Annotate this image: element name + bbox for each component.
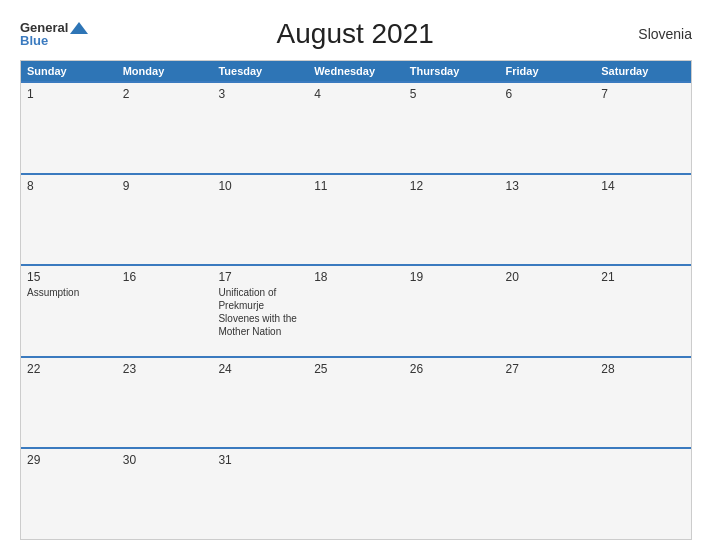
event-label: Unification of Prekmurje Slovenes with t… — [218, 286, 302, 338]
day-number: 18 — [314, 270, 398, 284]
logo-blue-text: Blue — [20, 34, 48, 47]
day-number: 5 — [410, 87, 494, 101]
cal-cell-w2-d4: 11 — [308, 175, 404, 265]
cal-cell-w5-d2: 30 — [117, 449, 213, 539]
cal-cell-w3-d5: 19 — [404, 266, 500, 356]
day-number: 9 — [123, 179, 207, 193]
day-number: 3 — [218, 87, 302, 101]
day-number: 10 — [218, 179, 302, 193]
cal-cell-w3-d4: 18 — [308, 266, 404, 356]
svg-marker-0 — [70, 22, 88, 34]
header: General Blue August 2021 Slovenia — [20, 18, 692, 50]
cal-cell-w1-d2: 2 — [117, 83, 213, 173]
day-number: 4 — [314, 87, 398, 101]
calendar-body: 123456789101112131415Assumption1617Unifi… — [21, 81, 691, 539]
cal-cell-w4-d3: 24 — [212, 358, 308, 448]
cal-cell-w4-d7: 28 — [595, 358, 691, 448]
cal-cell-w3-d3: 17Unification of Prekmurje Slovenes with… — [212, 266, 308, 356]
logo-flag-icon — [70, 22, 88, 34]
cal-cell-w2-d2: 9 — [117, 175, 213, 265]
header-wednesday: Wednesday — [308, 61, 404, 81]
day-number: 26 — [410, 362, 494, 376]
cal-cell-w4-d5: 26 — [404, 358, 500, 448]
week-row-5: 293031 — [21, 447, 691, 539]
week-row-3: 15Assumption1617Unification of Prekmurje… — [21, 264, 691, 356]
day-number: 6 — [506, 87, 590, 101]
day-number: 1 — [27, 87, 111, 101]
cal-cell-w2-d1: 8 — [21, 175, 117, 265]
cal-cell-w2-d5: 12 — [404, 175, 500, 265]
cal-cell-w1-d7: 7 — [595, 83, 691, 173]
cal-cell-w3-d1: 15Assumption — [21, 266, 117, 356]
header-tuesday: Tuesday — [212, 61, 308, 81]
header-thursday: Thursday — [404, 61, 500, 81]
day-number: 25 — [314, 362, 398, 376]
cal-cell-w1-d5: 5 — [404, 83, 500, 173]
logo: General Blue — [20, 21, 88, 47]
header-saturday: Saturday — [595, 61, 691, 81]
day-number: 29 — [27, 453, 111, 467]
cal-cell-w4-d1: 22 — [21, 358, 117, 448]
day-number: 14 — [601, 179, 685, 193]
cal-cell-w2-d3: 10 — [212, 175, 308, 265]
cal-cell-w5-d7 — [595, 449, 691, 539]
header-sunday: Sunday — [21, 61, 117, 81]
cal-cell-w2-d7: 14 — [595, 175, 691, 265]
cal-cell-w1-d6: 6 — [500, 83, 596, 173]
week-row-2: 891011121314 — [21, 173, 691, 265]
cal-cell-w3-d6: 20 — [500, 266, 596, 356]
cal-cell-w4-d2: 23 — [117, 358, 213, 448]
calendar-title: August 2021 — [88, 18, 622, 50]
day-number: 13 — [506, 179, 590, 193]
cal-cell-w1-d4: 4 — [308, 83, 404, 173]
day-number: 20 — [506, 270, 590, 284]
header-monday: Monday — [117, 61, 213, 81]
event-label: Assumption — [27, 286, 111, 299]
day-number: 8 — [27, 179, 111, 193]
day-number: 15 — [27, 270, 111, 284]
week-row-1: 1234567 — [21, 81, 691, 173]
cal-cell-w5-d6 — [500, 449, 596, 539]
page: General Blue August 2021 Slovenia Sunday… — [0, 0, 712, 550]
cal-cell-w5-d3: 31 — [212, 449, 308, 539]
cal-cell-w4-d6: 27 — [500, 358, 596, 448]
calendar: Sunday Monday Tuesday Wednesday Thursday… — [20, 60, 692, 540]
day-number: 28 — [601, 362, 685, 376]
day-number: 16 — [123, 270, 207, 284]
cal-cell-w1-d3: 3 — [212, 83, 308, 173]
day-number: 7 — [601, 87, 685, 101]
day-number: 19 — [410, 270, 494, 284]
calendar-header: Sunday Monday Tuesday Wednesday Thursday… — [21, 61, 691, 81]
cal-cell-w5-d4 — [308, 449, 404, 539]
cal-cell-w2-d6: 13 — [500, 175, 596, 265]
day-number: 12 — [410, 179, 494, 193]
day-number: 17 — [218, 270, 302, 284]
day-number: 2 — [123, 87, 207, 101]
cal-cell-w5-d1: 29 — [21, 449, 117, 539]
country-label: Slovenia — [622, 26, 692, 42]
day-number: 27 — [506, 362, 590, 376]
cal-cell-w4-d4: 25 — [308, 358, 404, 448]
day-number: 22 — [27, 362, 111, 376]
cal-cell-w3-d7: 21 — [595, 266, 691, 356]
cal-cell-w3-d2: 16 — [117, 266, 213, 356]
cal-cell-w1-d1: 1 — [21, 83, 117, 173]
week-row-4: 22232425262728 — [21, 356, 691, 448]
day-number: 30 — [123, 453, 207, 467]
cal-cell-w5-d5 — [404, 449, 500, 539]
header-friday: Friday — [500, 61, 596, 81]
day-number: 11 — [314, 179, 398, 193]
day-number: 23 — [123, 362, 207, 376]
day-number: 21 — [601, 270, 685, 284]
day-number: 31 — [218, 453, 302, 467]
day-number: 24 — [218, 362, 302, 376]
